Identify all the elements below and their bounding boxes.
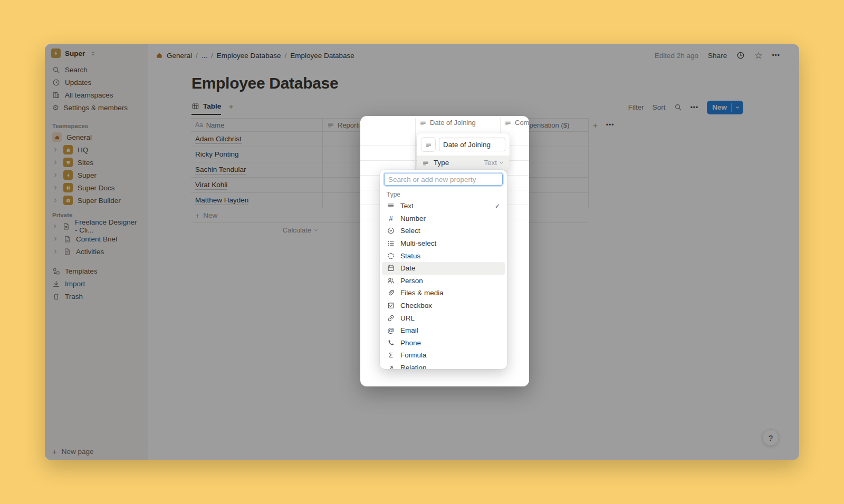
property-name-row [417,133,510,156]
type-option-text[interactable]: Text ✓ [382,200,505,212]
type-option-multi-select[interactable]: Multi-select [382,237,505,250]
type-row-label: Type [434,159,449,167]
at-icon: @ [387,326,395,334]
property-name-input[interactable] [439,138,505,151]
type-option-email[interactable]: @ Email [382,324,505,337]
text-property-icon [422,159,429,167]
type-option-checkbox[interactable]: Checkbox [382,299,505,312]
option-label: Formula [400,351,427,359]
text-property-icon [504,119,512,127]
type-option-url[interactable]: URL [382,312,505,324]
option-label: Text [400,202,414,210]
type-option-files-media[interactable]: Files & media [382,287,505,299]
column-header-date-of-joining[interactable]: Date of Joining [419,119,476,127]
option-label: Status [400,252,420,260]
type-value-text: Text [484,159,497,167]
type-section-label: Type [380,186,507,200]
column-label: Date of Joining [430,119,476,127]
option-label: Email [400,326,418,334]
text-lines-icon [425,141,432,148]
multi-select-icon [387,239,395,247]
option-label: Person [400,277,423,285]
property-type-dropdown: Type Text ✓ # Number Select Multi-select… [380,170,507,369]
type-option-phone[interactable]: Phone [382,337,505,350]
type-option-person[interactable]: Person [382,275,505,287]
relation-arrow-icon: ↗ [387,364,395,369]
option-label: Checkbox [400,302,432,309]
option-label: Relation [400,364,427,369]
drag-handle-button[interactable] [421,137,436,152]
grid-line [360,131,529,131]
select-icon [387,227,395,235]
option-label: URL [400,314,415,322]
date-icon [387,264,395,272]
type-current-value[interactable]: Text [484,159,504,167]
type-option-select[interactable]: Select [382,225,505,237]
formula-sigma-icon: Σ [387,351,395,359]
text-icon [387,202,395,210]
property-search-input[interactable] [384,173,503,186]
column-label: Compensation ($) [515,119,529,127]
checkbox-icon [387,302,395,309]
chevron-down-icon [498,160,504,166]
link-icon [387,314,395,322]
type-option-formula[interactable]: Σ Formula [382,349,505,362]
app-window: Super Search Updates All teamspaces ⚙ Se… [45,44,799,460]
option-label: Number [400,215,426,222]
check-icon: ✓ [495,202,500,210]
type-option-number[interactable]: # Number [382,212,505,225]
option-label: Phone [400,339,421,347]
phone-icon [387,339,395,347]
property-edit-panel: Type Text [417,133,510,170]
hash-icon: # [387,215,395,222]
status-icon [387,252,395,260]
option-label: Files & media [400,289,444,297]
option-label: Date [400,264,416,272]
property-type-row[interactable]: Type Text [417,156,510,170]
type-option-date[interactable]: Date [382,262,505,275]
option-label: Select [400,227,420,235]
paperclip-icon [387,289,395,297]
type-option-status[interactable]: Status [382,249,505,262]
column-header-compensation[interactable]: Compensation ($) [504,119,529,127]
person-icon [387,277,395,285]
option-label: Multi-select [400,239,436,247]
type-option-relation[interactable]: ↗ Relation [382,362,505,369]
text-property-icon [419,119,427,127]
